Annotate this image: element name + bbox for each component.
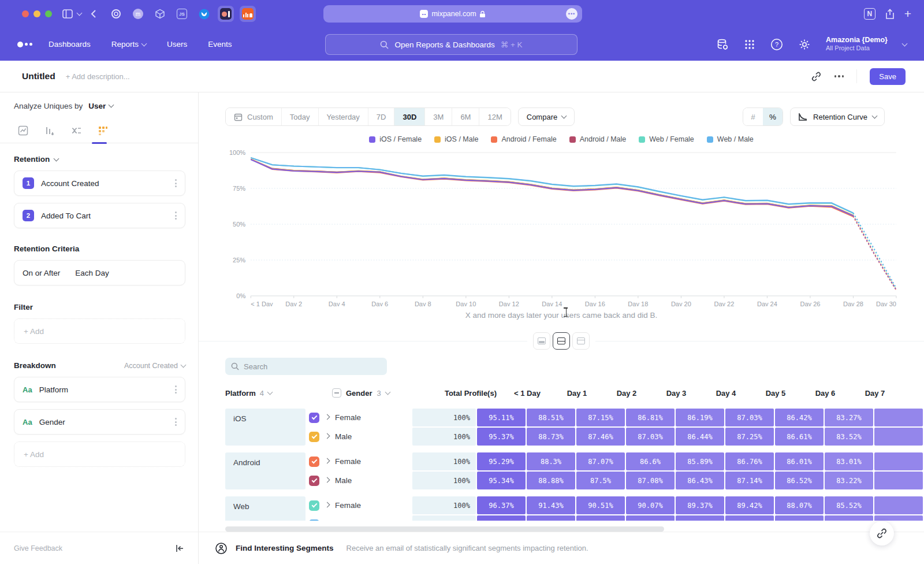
retention-value-cell[interactable]: 85.52% bbox=[825, 496, 873, 514]
retention-value-cell[interactable]: 91.43% bbox=[527, 496, 575, 514]
nav-item-dashboards[interactable]: Dashboards bbox=[49, 40, 91, 49]
retention-value-cell[interactable]: 88.04% bbox=[775, 515, 824, 521]
help-icon[interactable]: ? bbox=[770, 38, 783, 51]
expand-chevron-icon[interactable] bbox=[325, 414, 330, 420]
checkbox-female[interactable] bbox=[309, 457, 319, 467]
zoom-window-button[interactable] bbox=[45, 10, 52, 17]
day-column-header[interactable]: < 1 Day bbox=[502, 389, 552, 398]
retention-value-cell[interactable]: 86.44% bbox=[676, 428, 724, 446]
retention-value-cell[interactable]: 89.42% bbox=[725, 496, 774, 514]
retention-value-cell[interactable]: 87.25% bbox=[725, 428, 774, 446]
retention-value-cell[interactable]: 95.29% bbox=[477, 452, 526, 470]
gender-column-header[interactable]: Gender 3 bbox=[332, 388, 439, 398]
legend-item[interactable]: Android / Female bbox=[491, 135, 556, 143]
legend-item[interactable]: Web / Male bbox=[707, 135, 754, 143]
day-column-header[interactable]: Day 7 bbox=[850, 389, 900, 398]
retention-value-cell[interactable]: 88.73% bbox=[527, 428, 575, 446]
expand-chevron-icon[interactable] bbox=[325, 477, 330, 483]
retention-value-cell[interactable]: 89.37% bbox=[676, 496, 724, 514]
new-tab-icon[interactable]: + bbox=[904, 7, 911, 21]
step-options-icon[interactable] bbox=[175, 179, 177, 187]
tab-funnels-icon[interactable] bbox=[44, 125, 55, 136]
checkbox-male[interactable] bbox=[309, 476, 319, 486]
retention-value-cell[interactable]: 86.43% bbox=[676, 472, 724, 489]
retention-value-cell[interactable]: 90.54% bbox=[576, 515, 625, 521]
retention-step-card[interactable]: 2Added To Cart bbox=[14, 203, 185, 228]
analyze-value[interactable]: User bbox=[88, 102, 106, 110]
more-options-icon[interactable] bbox=[834, 75, 844, 77]
platform-column-header[interactable]: Platform 4 bbox=[225, 389, 332, 398]
retention-value-cell[interactable]: 87.07% bbox=[576, 452, 625, 470]
criteria-card[interactable]: On or After Each Day bbox=[14, 260, 185, 285]
day-column-header[interactable]: Day 1 bbox=[552, 389, 602, 398]
settings-gear-icon[interactable] bbox=[798, 38, 811, 51]
retention-value-cell[interactable]: 90.51% bbox=[576, 496, 625, 514]
range-3m-button[interactable]: 3M bbox=[425, 108, 452, 125]
breakdown-add-button[interactable]: + Add bbox=[14, 441, 185, 467]
retention-value-cell[interactable]: 91.41% bbox=[527, 515, 575, 521]
checkbox-male[interactable] bbox=[309, 520, 319, 521]
day-column-header[interactable]: Day 4 bbox=[701, 389, 751, 398]
legend-item[interactable]: Web / Female bbox=[639, 135, 694, 143]
checkbox-male[interactable] bbox=[309, 432, 319, 442]
range-12m-button[interactable]: 12M bbox=[479, 108, 510, 125]
retention-value-cell[interactable]: 96.37% bbox=[477, 496, 526, 514]
retention-value-cell[interactable]: 90.07% bbox=[626, 496, 675, 514]
retention-value-cell[interactable]: 95.34% bbox=[477, 472, 526, 489]
range-today-button[interactable]: Today bbox=[282, 108, 319, 125]
copy-link-icon[interactable] bbox=[811, 71, 822, 82]
breakdown-card[interactable]: AaPlatform bbox=[14, 377, 185, 402]
range-30d-button[interactable]: 30D bbox=[394, 108, 425, 125]
retention-value-cell[interactable]: 83.01% bbox=[825, 452, 873, 470]
retention-value-cell[interactable]: 96.41% bbox=[477, 515, 526, 521]
retention-value-cell[interactable]: 87.03% bbox=[626, 428, 675, 446]
breakdown-options-icon[interactable] bbox=[175, 385, 177, 394]
js-icon[interactable]: JS bbox=[174, 6, 190, 22]
retention-value-cell[interactable]: 87.46% bbox=[576, 428, 625, 446]
nav-item-users[interactable]: Users bbox=[167, 40, 187, 49]
criteria-on-or-after[interactable]: On or After bbox=[23, 269, 60, 277]
back-icon[interactable] bbox=[91, 9, 96, 18]
retention-value-cell[interactable]: 89.48% bbox=[676, 515, 724, 521]
tab-insights-icon[interactable] bbox=[17, 125, 29, 136]
retention-value-cell[interactable]: 86.52% bbox=[775, 472, 824, 489]
target-icon[interactable] bbox=[108, 6, 124, 22]
compare-button[interactable]: Compare bbox=[518, 107, 575, 126]
traffic-lights[interactable] bbox=[22, 10, 52, 17]
bluesky-icon[interactable] bbox=[196, 6, 212, 22]
view-type-button[interactable]: Retention Curve bbox=[790, 107, 885, 126]
mixpanel-tab-icon[interactable] bbox=[218, 6, 234, 22]
gender-select-all-checkbox[interactable] bbox=[332, 388, 341, 398]
checkbox-female[interactable] bbox=[309, 500, 319, 511]
cube-icon[interactable] bbox=[152, 6, 168, 22]
day-column-header[interactable]: Day 6 bbox=[800, 389, 850, 398]
filter-add-button[interactable]: + Add bbox=[14, 318, 185, 344]
address-bar[interactable]: •• mixpanel.com ••• bbox=[323, 5, 582, 23]
table-search-input[interactable]: Search bbox=[225, 358, 387, 375]
tab-retention-icon[interactable] bbox=[97, 125, 109, 136]
give-feedback-link[interactable]: Give Feedback bbox=[14, 544, 62, 552]
layout-split-button[interactable] bbox=[553, 332, 570, 350]
retention-value-cell[interactable]: 86.76% bbox=[725, 452, 774, 470]
criteria-each-day[interactable]: Each Day bbox=[75, 269, 109, 277]
retention-value-cell[interactable]: 95.37% bbox=[477, 428, 526, 446]
breakdown-card[interactable]: AaGender bbox=[14, 409, 185, 435]
layout-chart-only-button[interactable] bbox=[533, 332, 550, 350]
data-management-icon[interactable] bbox=[716, 38, 729, 51]
find-segments-title[interactable]: Find Interesting Segments bbox=[236, 544, 334, 552]
retention-value-cell[interactable]: 86.81% bbox=[626, 409, 675, 426]
soundcloud-icon[interactable] bbox=[240, 6, 256, 22]
retention-value-cell[interactable]: 85.47% bbox=[825, 515, 873, 521]
retention-value-cell[interactable]: 86.42% bbox=[775, 409, 824, 426]
day-column-header[interactable]: Day 3 bbox=[651, 389, 701, 398]
range-custom-button[interactable]: Custom bbox=[226, 108, 282, 125]
retention-value-cell[interactable]: 88.3% bbox=[527, 452, 575, 470]
horizontal-scrollbar[interactable] bbox=[225, 526, 664, 532]
breakdown-options-icon[interactable] bbox=[175, 418, 177, 426]
retention-value-cell[interactable]: 89.49% bbox=[725, 515, 774, 521]
share-link-floating-button[interactable] bbox=[870, 521, 894, 546]
retention-section-label[interactable]: Retention bbox=[14, 155, 50, 164]
retention-value-cell[interactable]: 88.88% bbox=[527, 472, 575, 489]
retention-value-cell[interactable]: 90.01% bbox=[626, 515, 675, 521]
nav-item-events[interactable]: Events bbox=[208, 40, 232, 49]
